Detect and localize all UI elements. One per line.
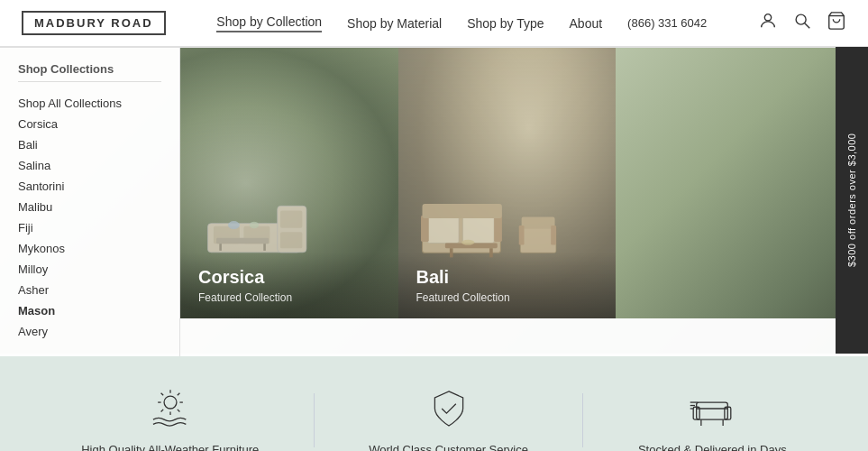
header: MADBURY ROAD Shop by Collection Shop by … [0, 0, 868, 47]
svg-rect-12 [263, 244, 266, 251]
svg-rect-11 [219, 244, 222, 251]
divider-2 [582, 393, 583, 447]
svg-rect-21 [520, 226, 556, 253]
cart-icon[interactable] [827, 11, 846, 35]
svg-point-13 [228, 221, 240, 229]
shield-check-icon [425, 385, 472, 432]
sidebar-item-corsica[interactable]: Corsica [18, 114, 161, 134]
corsica-card-bg: Corsica Featured Collection [180, 48, 398, 318]
svg-point-29 [164, 396, 177, 409]
svg-rect-24 [551, 225, 556, 244]
hero-peek [616, 48, 868, 318]
nav-shop-type[interactable]: Shop by Type [467, 16, 544, 31]
svg-line-37 [160, 409, 163, 411]
nav: Shop by Collection Shop by Material Shop… [216, 14, 707, 32]
svg-rect-38 [697, 402, 728, 419]
featured-area: Corsica Featured Collection [180, 48, 868, 318]
sidebar-item-asher[interactable]: Asher [18, 280, 161, 300]
sidebar-menu: Shop Collections Shop All Collections Co… [0, 48, 180, 356]
phone-number: (866) 331 6042 [627, 16, 707, 30]
promo-banner[interactable]: $300 off orders over $3,000 [836, 47, 868, 354]
svg-rect-19 [494, 216, 502, 242]
feature-service: World Class Customer Service [369, 385, 528, 452]
bali-card-bg: Bali Featured Collection [398, 48, 617, 318]
dropdown-overlay: Shop Collections Shop All Collections Co… [0, 47, 868, 356]
bali-card-subtitle: Featured Collection [416, 291, 598, 304]
svg-line-36 [178, 392, 180, 395]
svg-point-28 [461, 239, 474, 244]
svg-rect-9 [280, 233, 302, 249]
sidebar-item-milloy[interactable]: Milloy [18, 259, 161, 280]
svg-point-0 [764, 14, 771, 21]
corsica-card-title: Corsica [198, 267, 380, 288]
svg-point-1 [796, 14, 806, 24]
sidebar-item-malibu[interactable]: Malibu [18, 197, 161, 217]
sidebar-item-santorini[interactable]: Santorini [18, 176, 161, 197]
feature-quality-label: High Quality All-Weather Furniture [81, 443, 259, 452]
sun-icon [147, 385, 194, 432]
header-icons [758, 11, 846, 35]
feature-delivery: Stocked & Delivered in Days [638, 385, 787, 452]
sidebar-header: Shop Collections [18, 62, 161, 82]
corsica-card-subtitle: Featured Collection [198, 291, 380, 304]
account-icon[interactable] [758, 11, 778, 35]
svg-rect-20 [422, 204, 501, 218]
sidebar-item-salina[interactable]: Salina [18, 155, 161, 176]
corsica-card-overlay: Corsica Featured Collection [180, 253, 398, 318]
sidebar-item-avery[interactable]: Avery [18, 321, 161, 342]
divider-1 [314, 393, 315, 447]
sidebar-item-mason[interactable]: Mason [18, 300, 161, 321]
svg-line-35 [178, 409, 180, 411]
svg-rect-10 [216, 238, 269, 244]
bali-card-title: Bali [416, 267, 598, 288]
nav-about[interactable]: About [570, 16, 603, 31]
feature-quality: High Quality All-Weather Furniture [81, 385, 259, 452]
corsica-featured-card[interactable]: Corsica Featured Collection [180, 48, 398, 318]
feature-delivery-label: Stocked & Delivered in Days [638, 443, 787, 452]
bali-featured-card[interactable]: Bali Featured Collection [398, 48, 617, 318]
feature-service-label: World Class Customer Service [369, 443, 528, 452]
svg-point-14 [250, 222, 259, 229]
svg-rect-22 [521, 216, 554, 228]
svg-line-2 [805, 23, 810, 29]
bali-card-overlay: Bali Featured Collection [398, 253, 617, 318]
sidebar-item-all[interactable]: Shop All Collections [18, 93, 161, 114]
sidebar-item-bali[interactable]: Bali [18, 134, 161, 155]
bottom-features-section: High Quality All-Weather Furniture World… [0, 354, 868, 451]
nav-shop-material[interactable]: Shop by Material [347, 16, 442, 31]
logo[interactable]: MADBURY ROAD [22, 11, 166, 35]
truck-icon [689, 385, 736, 432]
nav-shop-collection[interactable]: Shop by Collection [216, 14, 322, 32]
svg-rect-8 [280, 211, 302, 228]
search-icon[interactable] [792, 11, 812, 35]
sidebar-item-fiji[interactable]: Fiji [18, 217, 161, 238]
svg-rect-23 [518, 225, 524, 244]
sidebar-item-mykonos[interactable]: Mykonos [18, 238, 161, 259]
svg-rect-18 [421, 216, 429, 242]
svg-line-34 [160, 392, 163, 395]
